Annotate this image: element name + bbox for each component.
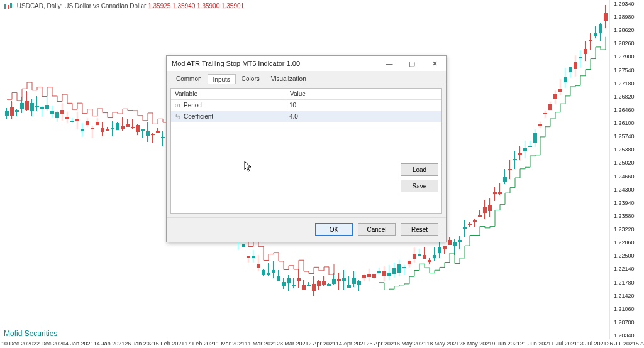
- date-tick: 1 Jul 2021: [551, 340, 577, 347]
- price-tick: 1.23580: [614, 213, 635, 219]
- broker-label: Mofid Securities: [4, 329, 57, 338]
- price-tick: 1.20700: [614, 319, 635, 325]
- dialog-title-text: Mod ATR Trailing Stop MT5 Indicator 1.00: [172, 60, 300, 67]
- date-tick: 21 Jun 2021: [520, 340, 552, 347]
- date-tick: 5 Aug 2021: [636, 340, 644, 347]
- price-tick: 1.22500: [614, 253, 635, 259]
- price-tick: 1.24300: [614, 187, 635, 193]
- price-tick: 1.20340: [614, 332, 635, 339]
- date-tick: 5 Feb 2021: [156, 340, 185, 347]
- price-axis: 1.293401.289801.286201.282601.279001.275…: [609, 0, 644, 339]
- price-tick: 1.27540: [614, 67, 635, 73]
- date-tick: 26 Apr 2021: [367, 340, 397, 347]
- tab-visualization[interactable]: Visualization: [265, 73, 312, 84]
- price-tick: 1.23220: [614, 226, 635, 232]
- date-tick: 18 May 2021: [426, 340, 459, 347]
- cancel-button[interactable]: Cancel: [358, 223, 396, 236]
- price-tick: 1.28620: [614, 27, 635, 33]
- price-tick: 1.22140: [614, 266, 635, 272]
- dialog-tabs: Common Inputs Colors Visualization: [167, 71, 446, 84]
- tab-colors[interactable]: Colors: [236, 73, 265, 84]
- price-tick: 1.25740: [614, 133, 635, 139]
- date-tick: 17 Feb 2021: [184, 340, 216, 347]
- price-tick: 1.21060: [614, 306, 635, 312]
- date-tick: 26 Jul 2021: [606, 340, 636, 347]
- price-tick: 1.21780: [614, 280, 635, 286]
- date-tick: 28 May 2021: [459, 340, 492, 347]
- price-tick: 1.28980: [614, 14, 635, 20]
- minimize-button[interactable]: ―: [378, 56, 401, 71]
- reset-button[interactable]: Reset: [401, 223, 438, 236]
- maximize-button[interactable]: ▢: [401, 56, 423, 71]
- save-button[interactable]: Save: [401, 180, 438, 192]
- date-tick: 11 Mar 2021: [245, 340, 277, 347]
- price-tick: 1.27900: [614, 53, 635, 60]
- dialog-title-bar[interactable]: Mod ATR Trailing Stop MT5 Indicator 1.00…: [167, 56, 446, 71]
- inputs-table[interactable]: Variable Value 01Period 10 ½Coefficient …: [170, 88, 442, 214]
- date-tick: 22 Dec 2020: [33, 340, 65, 347]
- price-tick: 1.24660: [614, 173, 635, 180]
- int-icon: 01: [175, 102, 181, 109]
- date-tick: 14 Apr 2021: [336, 340, 367, 347]
- date-axis: 10 Dec 202022 Dec 20204 Jan 202114 Jan 2…: [0, 339, 610, 348]
- double-icon: ½: [175, 114, 181, 120]
- date-tick: 6 May 2021: [397, 340, 426, 347]
- tab-inputs[interactable]: Inputs: [208, 74, 236, 84]
- param-row-coefficient[interactable]: ½Coefficient 4.0: [171, 111, 441, 122]
- date-tick: 26 Jan 2021: [125, 340, 156, 347]
- price-tick: 1.28260: [614, 40, 635, 46]
- load-button[interactable]: Load: [401, 163, 438, 176]
- price-tick: 1.22860: [614, 239, 635, 246]
- param-row-period[interactable]: 01Period 10: [171, 100, 441, 111]
- date-tick: 4 Jan 2021: [65, 340, 94, 347]
- tab-common[interactable]: Common: [170, 73, 208, 84]
- ok-button[interactable]: OK: [315, 223, 353, 236]
- date-tick: 9 Jun 2021: [492, 340, 520, 347]
- price-tick: 1.23940: [614, 200, 635, 206]
- price-tick: 1.21420: [614, 293, 635, 299]
- price-tick: 1.27180: [614, 80, 635, 87]
- date-tick: 14 Jan 2021: [94, 340, 125, 347]
- date-tick: 13 Jul 2021: [577, 340, 607, 347]
- close-button[interactable]: ✕: [423, 56, 446, 71]
- inputs-table-header: Variable Value: [171, 89, 441, 100]
- price-tick: 1.29340: [614, 1, 635, 7]
- price-tick: 1.25020: [614, 160, 635, 166]
- date-tick: 10 Dec 2020: [1, 340, 33, 347]
- date-tick: 1 Mar 2021: [216, 340, 245, 347]
- price-tick: 1.26460: [614, 107, 635, 113]
- date-tick: 2 Apr 2021: [308, 340, 336, 347]
- price-tick: 1.26820: [614, 94, 635, 100]
- date-tick: 23 Mar 2021: [277, 340, 309, 347]
- indicator-properties-dialog[interactable]: Mod ATR Trailing Stop MT5 Indicator 1.00…: [166, 55, 447, 242]
- price-tick: 1.25380: [614, 146, 635, 153]
- price-tick: 1.26100: [614, 120, 635, 126]
